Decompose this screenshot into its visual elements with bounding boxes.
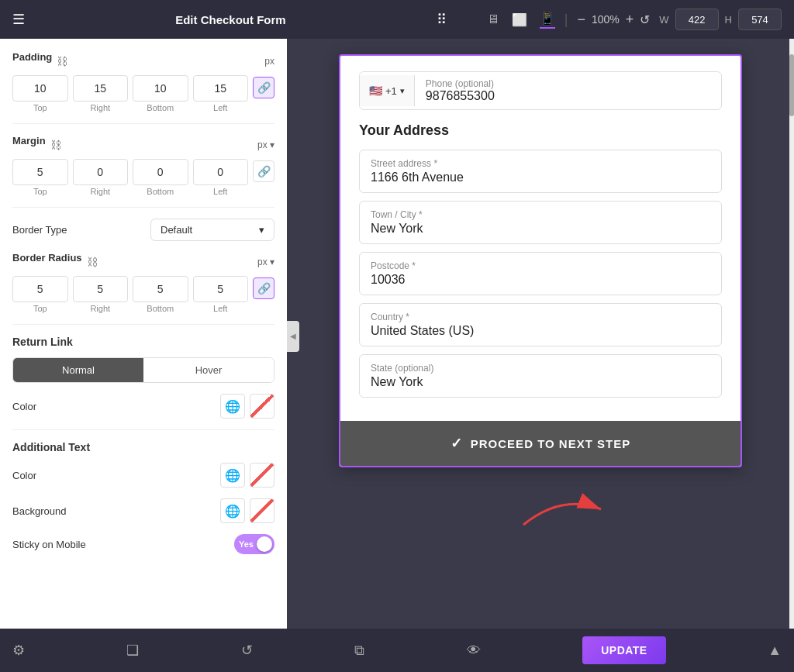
proceed-button[interactable]: ✓ PROCEED TO NEXT STEP — [340, 421, 740, 466]
scroll-thumb — [789, 54, 794, 116]
margin-unit[interactable]: px ▾ — [257, 140, 274, 150]
zoom-in-button[interactable]: + — [626, 12, 634, 28]
phone-value: 9876855300 — [426, 89, 710, 103]
proceed-check-icon: ✓ — [451, 435, 463, 452]
scroll-bar[interactable] — [789, 39, 794, 629]
form-inner: 🇺🇸 +1 ▾ Phone (optional) 9876855300 Your… — [340, 56, 740, 421]
border-radius-bottom-input[interactable] — [133, 276, 188, 302]
state-field[interactable]: State (optional) New York — [359, 354, 722, 398]
mobile-icon[interactable]: 📱 — [540, 11, 555, 29]
border-radius-top-label: Top — [33, 304, 47, 313]
margin-header-row: Margin ⛓ px ▾ — [12, 135, 274, 154]
undo-button[interactable]: ↺ — [640, 12, 650, 27]
state-value: New York — [371, 375, 710, 389]
left-panel: Padding ⛓ px Top Right Bottom Left 🔗 — [0, 39, 287, 629]
padding-bottom-input[interactable] — [133, 75, 188, 102]
margin-top-cell: Top — [12, 159, 68, 196]
margin-bottom-label: Bottom — [147, 187, 174, 196]
additional-text-title: Additional Text — [12, 441, 274, 453]
padding-link-icon: ⛓ — [57, 55, 67, 67]
border-radius-left-cell: Left — [193, 276, 249, 313]
duplicate-icon[interactable]: ⧉ — [354, 643, 364, 659]
hamburger-icon[interactable]: ☰ — [12, 11, 25, 28]
phone-flag-selector[interactable]: 🇺🇸 +1 ▾ — [360, 75, 415, 106]
padding-label: Padding — [12, 51, 52, 63]
chevron-up-icon[interactable]: ▲ — [768, 643, 782, 659]
margin-right-label: Right — [90, 187, 110, 196]
margin-bottom-input[interactable] — [133, 159, 188, 185]
margin-left-input[interactable] — [193, 159, 249, 185]
country-value: United States (US) — [371, 324, 710, 338]
additional-color-globe-button[interactable]: 🌐 — [220, 463, 245, 488]
margin-bottom-cell: Bottom — [133, 159, 188, 196]
grid-icon[interactable]: ⠿ — [437, 11, 447, 28]
border-type-select[interactable]: Default ▾ — [150, 219, 274, 241]
padding-top-input[interactable] — [12, 75, 68, 102]
bottom-bar: ⚙ ❑ ↺ ⧉ 👁 UPDATE ▲ — [0, 629, 794, 672]
street-field[interactable]: Street address * 1166 6th Avenue — [359, 150, 722, 193]
chevron-down-icon: ▾ — [259, 224, 264, 236]
padding-right-input[interactable] — [73, 75, 129, 102]
street-value: 1166 6th Avenue — [371, 171, 710, 184]
margin-top-input[interactable] — [12, 159, 68, 185]
normal-state-button[interactable]: Normal — [13, 358, 143, 382]
city-field[interactable]: Town / City * New York — [359, 201, 722, 244]
border-radius-label: Border Radius — [12, 252, 82, 264]
sticky-mobile-toggle[interactable]: Yes — [234, 534, 274, 554]
collapse-handle[interactable]: ◀ — [287, 321, 299, 352]
layers-icon[interactable]: ❑ — [126, 642, 139, 659]
phone-field[interactable]: 🇺🇸 +1 ▾ Phone (optional) 9876855300 — [359, 71, 722, 110]
border-type-label: Border Type — [12, 224, 67, 236]
desktop-icon[interactable]: 🖥 — [487, 12, 499, 26]
padding-left-label: Left — [213, 103, 227, 112]
history-icon[interactable]: ↺ — [241, 642, 253, 659]
margin-link-toggle[interactable]: 🔗 — [253, 160, 274, 182]
tablet-icon[interactable]: ⬜ — [512, 12, 527, 27]
background-transparent-button[interactable] — [250, 498, 274, 523]
padding-header-row: Padding ⛓ px — [12, 51, 274, 71]
padding-link-toggle[interactable]: 🔗 — [253, 77, 274, 98]
border-radius-top-cell: Top — [12, 276, 68, 313]
divider-1 — [12, 123, 274, 124]
margin-right-input[interactable] — [73, 159, 129, 185]
border-radius-grid: Top Right Bottom Left 🔗 — [12, 276, 274, 313]
sticky-value: Yes — [239, 539, 254, 549]
phone-input-area: Phone (optional) 9876855300 — [415, 72, 721, 109]
country-field[interactable]: Country * United States (US) — [359, 303, 722, 346]
checkout-form: 🇺🇸 +1 ▾ Phone (optional) 9876855300 Your… — [339, 54, 742, 467]
border-type-row: Border Type Default ▾ — [12, 219, 274, 241]
postcode-field[interactable]: Postcode * 10036 — [359, 252, 722, 295]
eye-icon[interactable]: 👁 — [467, 643, 481, 659]
color-row: Color 🌐 — [12, 394, 274, 419]
settings-icon[interactable]: ⚙ — [12, 642, 25, 659]
main-layout: Padding ⛓ px Top Right Bottom Left 🔗 — [0, 39, 794, 629]
return-link-title: Return Link — [12, 336, 274, 348]
zoom-out-button[interactable]: − — [577, 12, 585, 28]
background-globe-button[interactable]: 🌐 — [220, 498, 245, 523]
update-button[interactable]: UPDATE — [582, 636, 666, 664]
margin-right-cell: Right — [73, 159, 129, 196]
color-globe-button[interactable]: 🌐 — [220, 394, 245, 419]
height-input[interactable] — [738, 9, 782, 30]
border-radius-header-row: Border Radius ⛓ px ▾ — [12, 252, 274, 271]
border-radius-right-input[interactable] — [73, 276, 129, 302]
page-title: Edit Checkout Form — [34, 13, 427, 26]
border-radius-link-icon: ⛓ — [87, 256, 98, 268]
padding-top-cell: Top — [12, 75, 68, 112]
width-input[interactable] — [675, 9, 719, 30]
border-radius-link-toggle[interactable]: 🔗 — [253, 277, 274, 299]
address-section: Your Address Street address * 1166 6th A… — [359, 122, 722, 398]
border-radius-unit[interactable]: px ▾ — [257, 257, 274, 267]
country-label: Country * — [371, 312, 710, 322]
border-radius-left-input[interactable] — [193, 276, 249, 302]
border-radius-top-input[interactable] — [12, 276, 68, 302]
divider-4 — [12, 429, 274, 430]
padding-left-input[interactable] — [193, 75, 249, 102]
color-transparent-button[interactable] — [250, 394, 274, 419]
additional-color-transparent-button[interactable] — [250, 463, 274, 488]
padding-unit[interactable]: px — [264, 56, 274, 67]
hover-state-button[interactable]: Hover — [143, 358, 274, 382]
background-label: Background — [12, 505, 66, 517]
background-row: Background 🌐 — [12, 498, 274, 523]
city-value: New York — [371, 222, 710, 236]
